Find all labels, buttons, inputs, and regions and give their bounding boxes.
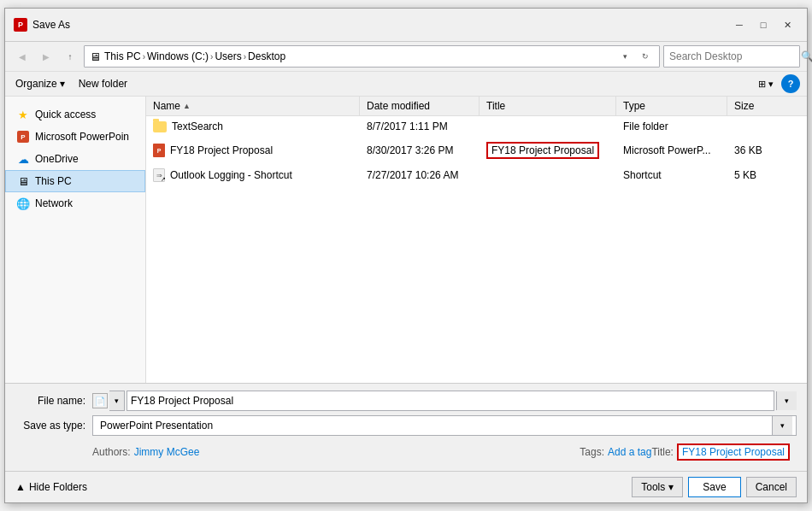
sidebar-item-microsoft-powerpoint[interactable]: P Microsoft PowerPoin: [5, 126, 145, 148]
column-header-name[interactable]: Name ▲: [146, 97, 360, 115]
save-as-type-row: Save as type: PowerPoint Presentation ▾: [15, 415, 797, 436]
file-list: Name ▲ Date modified Title Type Size: [146, 97, 807, 383]
close-button[interactable]: ✕: [776, 15, 798, 34]
sort-arrow-icon: ▲: [183, 102, 191, 110]
organize-toolbar: Organize New folder ⊞ ▾ ?: [5, 72, 807, 97]
address-dropdown-button[interactable]: ▾: [616, 47, 633, 66]
help-button[interactable]: ?: [781, 74, 800, 93]
authors-section: Authors: Jimmy McGee: [92, 446, 580, 458]
save-button[interactable]: Save: [688, 477, 740, 497]
save-type-arrow-icon[interactable]: ▾: [772, 416, 792, 435]
breadcrumb: This PC › Windows (C:) › Users › Desktop: [104, 50, 613, 62]
table-row[interactable]: TextSearch 8/7/2017 1:11 PM File folder: [146, 116, 807, 138]
footer-buttons: Tools ▾ Save Cancel: [632, 477, 797, 497]
file-name-label: File name:: [15, 395, 92, 407]
file-name-row: File name: 📄 ▾ ▾: [15, 391, 797, 411]
refresh-button[interactable]: ↻: [637, 47, 654, 66]
breadcrumb-desktop[interactable]: Desktop: [248, 50, 285, 62]
save-as-type-field-container: PowerPoint Presentation ▾: [92, 415, 797, 436]
file-name-cell: ⇒ Outlook Logging - Shortcut: [146, 164, 360, 186]
file-type-cell: File folder: [616, 116, 727, 137]
file-name-cell: P FY18 Project Proposal: [146, 139, 360, 162]
sidebar-item-this-pc[interactable]: 🖥 This PC: [5, 170, 145, 192]
search-input[interactable]: [669, 50, 797, 62]
file-type-cell: Shortcut: [616, 165, 727, 185]
sidebar-item-quick-access[interactable]: ★ Quick access: [5, 103, 145, 126]
powerpoint-file-icon: P: [153, 144, 165, 157]
folder-icon: [153, 121, 167, 132]
file-name-cell: TextSearch: [146, 116, 360, 137]
powerpoint-icon: P: [16, 130, 30, 144]
file-title-cell: [480, 171, 616, 179]
dialog-title: Save As: [32, 19, 70, 31]
sidebar-item-onedrive[interactable]: ☁ OneDrive: [5, 148, 145, 170]
column-header-title[interactable]: Title: [480, 97, 616, 115]
table-row[interactable]: P FY18 Project Proposal 8/30/2017 3:26 P…: [146, 138, 807, 164]
forward-button[interactable]: ▶: [36, 46, 56, 67]
tools-chevron-icon: ▾: [668, 481, 674, 493]
column-header-date[interactable]: Date modified: [360, 97, 480, 115]
file-name-icon: 📄: [92, 393, 108, 408]
onedrive-icon: ☁: [16, 152, 30, 166]
file-date-cell: 7/27/2017 10:26 AM: [360, 165, 480, 185]
pc-icon: 🖥: [90, 50, 101, 63]
sidebar: ★ Quick access P Microsoft PowerPoin ☁ O…: [5, 97, 146, 383]
column-header-type[interactable]: Type: [616, 97, 727, 115]
title-field-value[interactable]: FY18 Project Proposal: [677, 443, 790, 461]
meta-row: Authors: Jimmy McGee Tags: Add a tag Tit…: [15, 440, 797, 464]
toolbar-right: ⊞ ▾ ?: [754, 74, 800, 93]
app-icon: P: [14, 18, 27, 32]
column-header-size[interactable]: Size: [727, 97, 787, 115]
window-controls: ─ □ ✕: [728, 15, 798, 34]
table-row[interactable]: ⇒ Outlook Logging - Shortcut 7/27/2017 1…: [146, 164, 807, 187]
file-name-field-container: 📄 ▾ ▾: [92, 391, 797, 411]
breadcrumb-drive[interactable]: Windows (C:): [147, 50, 209, 62]
save-as-type-label: Save as type:: [15, 420, 92, 432]
footer: ▲ Hide Folders Tools ▾ Save Cancel: [5, 471, 807, 502]
sidebar-item-network[interactable]: 🌐 Network: [5, 192, 145, 214]
title-label: Title:: [651, 446, 674, 458]
quick-access-icon: ★: [16, 108, 30, 121]
save-as-type-dropdown[interactable]: PowerPoint Presentation ▾: [92, 415, 797, 436]
file-title-cell: FY18 Project Proposal: [480, 138, 616, 163]
search-box[interactable]: 🔍: [663, 45, 800, 68]
cancel-button[interactable]: Cancel: [746, 477, 797, 497]
back-button[interactable]: ◀: [12, 46, 32, 67]
authors-label: Authors:: [92, 446, 131, 458]
pc-sidebar-icon: 🖥: [16, 174, 30, 188]
file-name-input[interactable]: [127, 391, 774, 411]
file-name-arrow-icon[interactable]: ▾: [776, 391, 797, 410]
title-highlight-badge: FY18 Project Proposal: [486, 142, 599, 159]
file-size-cell: [727, 122, 787, 131]
breadcrumb-users[interactable]: Users: [215, 50, 241, 62]
file-name-dropdown-button[interactable]: ▾: [109, 391, 125, 411]
minimize-button[interactable]: ─: [728, 15, 750, 34]
main-content: ★ Quick access P Microsoft PowerPoin ☁ O…: [5, 97, 807, 383]
tools-button[interactable]: Tools ▾: [632, 477, 683, 497]
chevron-up-icon: ▲: [15, 481, 26, 493]
authors-value[interactable]: Jimmy McGee: [134, 446, 200, 458]
file-title-cell: [480, 122, 616, 131]
file-size-cell: 36 KB: [727, 140, 787, 161]
title-bar: P Save As ─ □ ✕: [5, 9, 807, 42]
new-folder-button[interactable]: New folder: [75, 74, 131, 93]
address-toolbar: ◀ ▶ ↑ 🖥 This PC › Windows (C:) › Users ›…: [5, 42, 807, 72]
file-date-cell: 8/30/2017 3:26 PM: [360, 140, 480, 161]
title-bar-left: P Save As: [14, 18, 70, 32]
up-button[interactable]: ↑: [60, 46, 80, 67]
address-bar[interactable]: 🖥 This PC › Windows (C:) › Users › Deskt…: [84, 45, 660, 68]
search-icon: 🔍: [801, 50, 812, 62]
file-list-header: Name ▲ Date modified Title Type Size: [146, 97, 807, 116]
tags-value[interactable]: Add a tag: [608, 446, 651, 458]
shortcut-file-icon: ⇒: [153, 168, 165, 182]
title-section: Title: FY18 Project Proposal: [651, 443, 797, 461]
hide-folders-button[interactable]: ▲ Hide Folders: [15, 481, 87, 493]
save-as-dialog: P Save As ─ □ ✕ ◀ ▶ ↑ 🖥 This PC › Window…: [4, 8, 808, 503]
bottom-section: File name: 📄 ▾ ▾ Save as type: PowerPoin…: [5, 383, 807, 471]
view-button[interactable]: ⊞ ▾: [754, 74, 778, 93]
file-type-cell: Microsoft PowerP...: [616, 140, 727, 161]
organize-button[interactable]: Organize: [12, 74, 68, 93]
maximize-button[interactable]: □: [752, 15, 774, 34]
breadcrumb-pc[interactable]: This PC: [104, 50, 141, 62]
tags-section: Tags: Add a tag: [580, 446, 651, 458]
